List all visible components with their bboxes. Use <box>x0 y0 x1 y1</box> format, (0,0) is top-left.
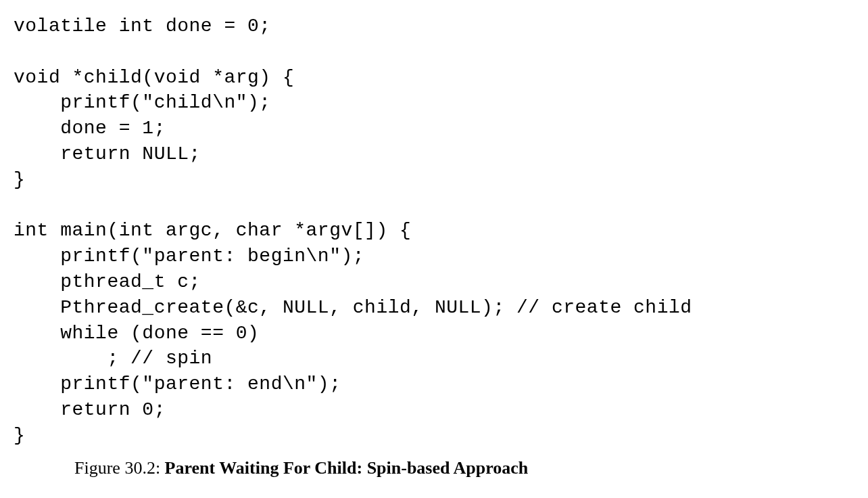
code-line: } <box>14 425 25 446</box>
code-line: printf("parent: end\n"); <box>14 374 341 394</box>
figure-caption: Figure 30.2: Parent Waiting For Child: S… <box>74 458 868 478</box>
code-line: void *child(void *arg) { <box>14 67 294 88</box>
code-line: done = 1; <box>14 118 166 139</box>
code-line: int main(int argc, char *argv[]) { <box>14 220 411 241</box>
code-line: while (done == 0) <box>14 323 259 344</box>
code-line: ; // spin <box>14 348 212 369</box>
code-line: } <box>14 169 25 190</box>
code-line: volatile int done = 0; <box>14 16 271 37</box>
code-line: Pthread_create(&c, NULL, child, NULL); /… <box>14 297 692 318</box>
code-line: printf("parent: begin\n"); <box>14 246 364 267</box>
code-listing: volatile int done = 0; void *child(void … <box>14 14 868 449</box>
code-line: pthread_t c; <box>14 271 201 292</box>
code-line: return 0; <box>14 399 166 420</box>
code-line: printf("child\n"); <box>14 92 271 113</box>
figure-title: Parent Waiting For Child: Spin-based App… <box>165 458 529 478</box>
figure-label: Figure 30.2: <box>74 458 165 478</box>
code-line: return NULL; <box>14 143 201 164</box>
